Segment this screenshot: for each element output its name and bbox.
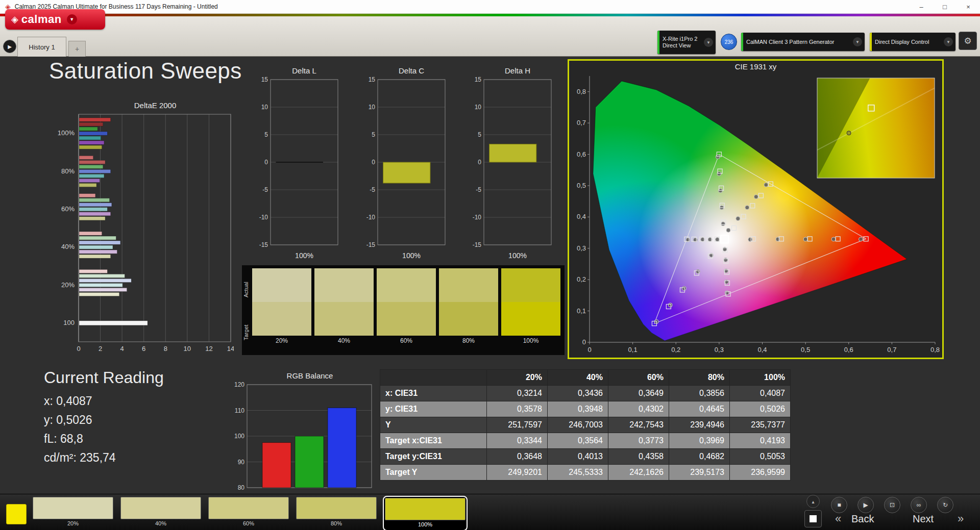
svg-text:15: 15 — [369, 77, 376, 83]
rgb-balance-chart: 1201101009080 — [228, 382, 376, 490]
table-cell: 0,3436 — [548, 386, 608, 401]
table-row: Y251,7597246,7003242,7543239,4946235,737… — [380, 417, 791, 433]
calman-menu-button[interactable]: ◈ calman ▼ — [5, 9, 105, 30]
svg-text:0: 0 — [582, 338, 586, 346]
target-swatch — [252, 302, 311, 336]
maximize-button[interactable]: □ — [933, 0, 957, 13]
table-cell: 0,3649 — [608, 386, 669, 401]
add-tab-button[interactable]: + — [68, 41, 86, 57]
svg-text:-5: -5 — [262, 186, 268, 193]
svg-text:0,7: 0,7 — [887, 346, 896, 354]
panel-collapse-button[interactable]: ▴ — [806, 495, 820, 508]
current-pattern-color — [6, 504, 27, 524]
table-row-label: Target y:CIE31 — [380, 449, 487, 465]
swatch-column-label: 100% — [501, 336, 560, 346]
swatch-chip — [33, 497, 113, 519]
stop-button[interactable]: ■ — [831, 497, 847, 513]
svg-text:80: 80 — [238, 484, 245, 490]
table-row: y: CIE310,35780,39480,43020,46450,5026 — [380, 401, 791, 417]
table-cell: 0,3344 — [487, 433, 548, 449]
svg-text:0,1: 0,1 — [628, 346, 638, 354]
display-control-select[interactable]: Direct Display Control ▼ — [870, 33, 955, 51]
svg-text:0,5: 0,5 — [801, 346, 810, 354]
title-bar: ◈ Calman 2025 Calman Ultimate for Busine… — [0, 0, 980, 14]
saturation-swatch-column: 60% — [377, 268, 436, 354]
svg-text:4: 4 — [120, 345, 124, 352]
swatch-column-label: 40% — [314, 336, 374, 346]
table-cell: 0,3948 — [548, 401, 608, 417]
table-cell: 239,4946 — [669, 417, 730, 433]
svg-text:0: 0 — [264, 159, 268, 166]
history-nav-button[interactable]: ▶ — [3, 40, 16, 53]
link-button[interactable]: ∞ — [911, 497, 927, 513]
back-button[interactable]: Back — [851, 513, 874, 525]
meter-count-badge[interactable]: 236 — [721, 34, 737, 50]
actual-swatch — [439, 268, 498, 302]
table-cell: 0,3648 — [487, 449, 548, 465]
actual-target-swatch-strip: Actual Target 20%40%60%80%100% — [242, 265, 565, 355]
delta-h-panel: Delta H 151050-5-10-15 100% — [469, 65, 556, 260]
svg-text:0,1: 0,1 — [577, 307, 586, 315]
bottom-swatch-80%[interactable]: 80% — [296, 497, 377, 530]
current-reading-cdm2: cd/m²: 235,74 — [44, 451, 164, 465]
calman-logo-text: calman — [21, 13, 62, 26]
svg-text:0,8: 0,8 — [577, 88, 586, 95]
table-header-cell: 20% — [487, 370, 548, 386]
svg-text:0,4: 0,4 — [757, 346, 767, 354]
saturation-swatch-column: 20% — [252, 268, 311, 354]
stop-icon: ■ — [837, 501, 841, 509]
bottom-swatch-20%[interactable]: 20% — [33, 497, 113, 530]
delta-c-xlabel: 100% — [362, 251, 450, 260]
current-reading-panel: Current Reading x: 0,4087 y: 0,5026 fL: … — [44, 368, 164, 470]
save-button[interactable]: ⊡ — [884, 497, 900, 513]
svg-text:0,3: 0,3 — [577, 244, 586, 252]
refresh-button[interactable]: ↻ — [937, 497, 953, 513]
display-dropdown-icon: ▼ — [944, 37, 953, 46]
tab-history-1[interactable]: History 1 — [17, 37, 66, 57]
svg-text:10: 10 — [475, 104, 482, 111]
table-cell: 242,1626 — [608, 465, 669, 481]
table-cell: 0,3578 — [487, 401, 548, 417]
table-row: Target y:CIE310,36480,40130,43580,46820,… — [380, 449, 791, 465]
meter-select[interactable]: X-Rite i1Pro 2 Direct View ▼ — [657, 31, 716, 54]
next-button[interactable]: Next — [913, 513, 934, 525]
bottom-swatch-60%[interactable]: 60% — [208, 497, 289, 530]
table-cell: 0,4013 — [548, 449, 608, 465]
bottom-swatch-100%[interactable]: 100% — [384, 497, 467, 530]
swatch-chip — [120, 497, 201, 519]
svg-text:-15: -15 — [366, 241, 376, 248]
table-cell: 0,3214 — [487, 386, 548, 401]
svg-text:8: 8 — [164, 345, 167, 352]
link-icon: ∞ — [917, 501, 921, 509]
play-button[interactable]: ▶ — [857, 497, 874, 513]
rgb-balance-panel: RGB Balance 1201101009080 100% — [228, 370, 377, 501]
actual-swatch — [377, 268, 436, 302]
current-reading-y: y: 0,5026 — [44, 413, 164, 427]
minimize-button[interactable]: – — [910, 0, 933, 13]
swatch-label: 80% — [296, 519, 377, 528]
svg-text:100: 100 — [234, 433, 244, 440]
next-chevron-icon[interactable]: » — [958, 512, 964, 525]
measurement-table: 20%40%60%80%100% x: CIE310,32140,34360,3… — [380, 369, 791, 481]
cie-1931-panel: CIE 1931 xy 00,10,20,30,40,50,60,70,800,… — [568, 59, 944, 359]
settings-button[interactable]: ⚙ — [959, 32, 977, 50]
svg-text:0,4: 0,4 — [577, 213, 586, 220]
pattern-window-icon — [810, 515, 817, 522]
table-cell: 0,3564 — [548, 433, 608, 449]
svg-text:14: 14 — [227, 345, 234, 352]
display-control-name: Direct Display Control — [875, 39, 941, 45]
close-button[interactable]: × — [957, 0, 980, 13]
back-chevron-icon[interactable]: « — [835, 512, 841, 525]
calman-logo-icon: ◈ — [11, 14, 18, 25]
table-cell: 251,7597 — [487, 417, 548, 433]
delta-h-title: Delta H — [469, 65, 556, 77]
bottom-swatch-40%[interactable]: 40% — [120, 497, 201, 530]
svg-text:0: 0 — [587, 346, 591, 354]
svg-text:0: 0 — [372, 159, 375, 166]
pattern-generator-select[interactable]: CalMAN Client 3 Pattern Generator ▼ — [741, 33, 865, 51]
pattern-window-button[interactable] — [804, 510, 822, 527]
svg-text:-15: -15 — [473, 241, 482, 248]
swatch-label: 20% — [33, 519, 113, 528]
table-cell: 245,5333 — [548, 465, 608, 481]
deltae-2000-panel: DeltaE 2000 02468101214100%80%60%40%20%1… — [55, 100, 235, 357]
